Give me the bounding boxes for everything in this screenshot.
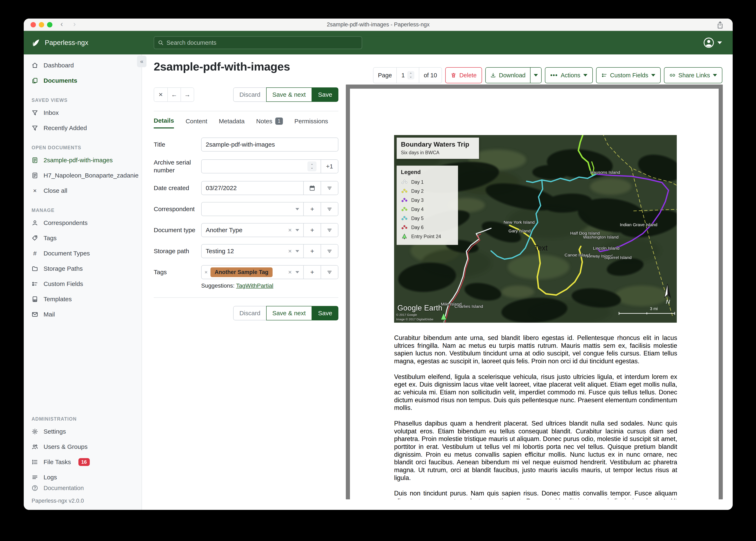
field-storage-path: Storage path Testing 12 × + — [154, 244, 338, 258]
pdf-page: Hausons Island New York Island Gary Isla… — [350, 89, 719, 499]
sidebar-item-settings[interactable]: Settings — [24, 424, 142, 439]
tab-details[interactable]: Details — [154, 117, 174, 129]
sidebar-item-dashboard[interactable]: Dashboard — [24, 58, 142, 73]
sidebar-item-correspondents[interactable]: Correspondents — [24, 215, 142, 231]
clear-icon[interactable]: × — [288, 248, 292, 255]
asn-plus-one-button[interactable]: +1 — [321, 160, 338, 173]
sidebar-item-open-doc-1[interactable]: 2sample-pdf-with-images — [24, 153, 142, 168]
sidebar-item-open-doc-2[interactable]: H7_Napoleon_Bonaparte_zadanie — [24, 168, 142, 183]
map-title: Boundary Waters Trip — [401, 141, 475, 148]
tab-notes[interactable]: Notes 1 — [256, 117, 283, 129]
sidebar-item-users-groups[interactable]: Users & Groups — [24, 439, 142, 454]
save-button[interactable]: Save — [312, 306, 338, 320]
save-button[interactable]: Save — [312, 87, 338, 102]
clear-icon[interactable]: × — [288, 269, 292, 275]
document-type-filter-button[interactable] — [321, 224, 338, 237]
sidebar-collapse-button[interactable]: « — [137, 56, 146, 67]
save-next-button[interactable]: Save & next — [266, 87, 312, 102]
date-created-input[interactable]: 03/27/2022 — [202, 182, 303, 195]
tab-permissions[interactable]: Permissions — [294, 117, 328, 129]
download-button[interactable]: Download — [486, 68, 530, 83]
discard-button[interactable]: Discard — [233, 306, 266, 320]
save-next-button[interactable]: Save & next — [266, 306, 312, 320]
remove-tag-icon[interactable]: × — [204, 269, 208, 275]
island-label: Gary Island — [508, 229, 530, 233]
tab-metadata[interactable]: Metadata — [219, 117, 245, 129]
discard-button[interactable]: Discard — [233, 87, 266, 102]
correspondent-add-button[interactable]: + — [303, 203, 321, 216]
storage-path-select[interactable]: Testing 12 × — [202, 245, 303, 258]
filter-lines-icon — [326, 227, 333, 233]
tags-add-button[interactable]: + — [303, 266, 321, 279]
user-menu[interactable] — [703, 37, 722, 48]
delete-label: Delete — [459, 72, 477, 79]
title-input[interactable]: 2sample-pdf-with-images — [202, 138, 338, 151]
storage-path-add-button[interactable]: + — [303, 245, 321, 258]
document-type-select[interactable]: Another Type × — [202, 224, 303, 237]
close-document-button[interactable]: ✕ — [154, 88, 167, 101]
actions-button[interactable]: ••• Actions — [545, 67, 593, 83]
legend-item: Day 1 — [401, 178, 454, 187]
sidebar-item-storage-paths[interactable]: Storage Paths — [24, 261, 142, 276]
sidebar-item-inbox[interactable]: Inbox — [24, 105, 142, 120]
sidebar-item-documentation[interactable]: Documentation — [24, 480, 142, 496]
trail-dots-icon — [401, 216, 408, 221]
share-icon[interactable] — [717, 21, 724, 29]
paragraph: Phasellus dapibus quam a hendrerit place… — [394, 419, 677, 482]
global-search[interactable] — [154, 36, 362, 49]
storage-path-filter-button[interactable] — [321, 245, 338, 258]
sidebar-item-label: Logs — [44, 474, 57, 481]
filter-lines-icon — [326, 248, 333, 254]
clear-icon[interactable]: × — [288, 227, 292, 234]
tags-input[interactable]: × Another Sample Tag × — [202, 266, 303, 279]
dots-icon: ••• — [550, 72, 558, 79]
suggestion-link[interactable]: TagWithPartial — [236, 282, 273, 289]
custom-fields-button[interactable]: Custom Fields — [596, 67, 661, 83]
page-number-input[interactable]: 1 ⌃⌄ — [396, 68, 419, 83]
sidebar-item-documents[interactable]: Documents — [24, 73, 142, 88]
sidebar-section-open-documents: OPEN DOCUMENTS — [32, 143, 142, 153]
download-icon — [490, 72, 496, 78]
date-filter-button[interactable] — [321, 182, 338, 195]
link-icon — [669, 72, 676, 78]
next-document-button[interactable]: → — [181, 88, 194, 101]
users-icon — [32, 443, 38, 450]
brand[interactable]: Paperless-ngx — [31, 38, 88, 47]
sidebar-item-label: Documentation — [44, 485, 84, 491]
pdf-preview[interactable]: Hausons Island New York Island Gary Isla… — [346, 85, 723, 499]
sidebar-item-label: File Tasks — [44, 458, 71, 465]
correspondent-select[interactable] — [202, 203, 303, 216]
share-links-button[interactable]: Share Links — [664, 67, 722, 83]
save-actions-bottom: Discard Save & next Save — [233, 306, 338, 320]
map-legend: Legend Day 1 Day 2 Day 3 — [397, 166, 458, 245]
sidebar-item-recently-added[interactable]: Recently Added — [24, 120, 142, 136]
page-stepper[interactable]: ⌃⌄ — [407, 71, 414, 79]
sidebar-item-tags[interactable]: Tags — [24, 231, 142, 246]
sidebar-item-close-all[interactable]: × Close all — [24, 183, 142, 198]
asn-stepper[interactable]: ⌃⌄ — [307, 162, 317, 171]
page-title: 2sample-pdf-with-images — [154, 60, 290, 73]
search-input[interactable] — [167, 39, 358, 46]
tags-filter-button[interactable] — [321, 266, 338, 279]
sidebar-item-templates[interactable]: Templates — [24, 291, 142, 307]
map-copyright: Image © 2017 DigitalGlobe — [396, 317, 433, 321]
tag-chip[interactable]: Another Sample Tag — [210, 268, 273, 277]
document-type-add-button[interactable]: + — [303, 224, 321, 237]
sidebar-item-document-types[interactable]: # Document Types — [24, 246, 142, 261]
sidebar-item-file-tasks[interactable]: File Tasks 16 — [24, 454, 142, 470]
tab-label: Permissions — [294, 118, 328, 125]
delete-button[interactable]: Delete — [445, 67, 482, 83]
sidebar-item-mail[interactable]: Mail — [24, 307, 142, 322]
tab-label: Details — [154, 117, 174, 124]
correspondent-filter-button[interactable] — [321, 203, 338, 216]
tab-content[interactable]: Content — [185, 117, 207, 129]
island-label: Charlies Island — [455, 304, 483, 308]
calendar-button[interactable] — [303, 182, 321, 195]
download-dropdown-toggle[interactable] — [530, 68, 541, 83]
previous-document-button[interactable]: ← — [167, 88, 181, 101]
sidebar-item-custom-fields[interactable]: Custom Fields — [24, 276, 142, 291]
chevron-down-icon — [295, 208, 299, 210]
asn-input[interactable]: ⌃⌄ — [202, 160, 321, 173]
chevron-down-icon — [295, 250, 299, 253]
page-label: Page — [373, 68, 397, 83]
